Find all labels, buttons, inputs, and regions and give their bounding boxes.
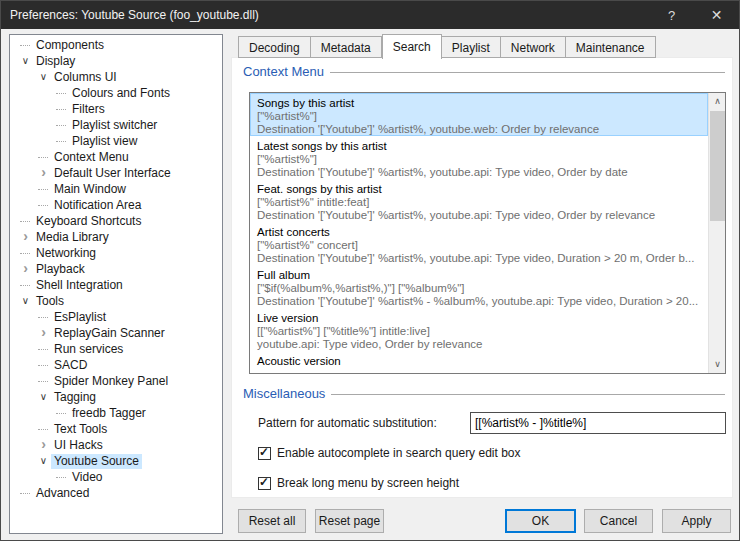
context-menu-list-item[interactable]: Full album ["$if(%album%,%artist%,)"] ["… bbox=[250, 265, 708, 308]
tree-item[interactable]: Display bbox=[10, 53, 222, 69]
tree-item[interactable]: Components bbox=[10, 37, 222, 53]
list-scrollbar[interactable]: ∧ ∨ bbox=[708, 93, 725, 373]
close-icon[interactable]: ✕ bbox=[694, 1, 739, 29]
chevron-icon[interactable] bbox=[36, 341, 51, 357]
apply-button[interactable]: Apply bbox=[662, 509, 731, 533]
tab[interactable]: Metadata bbox=[311, 36, 382, 58]
checkbox-row[interactable]: Enable autocomplete in search query edit… bbox=[258, 444, 521, 462]
ok-button[interactable]: OK bbox=[505, 509, 576, 533]
tree-item[interactable]: Youtube Source bbox=[10, 453, 222, 469]
scroll-down-icon[interactable]: ∨ bbox=[709, 356, 726, 373]
chevron-icon[interactable] bbox=[18, 261, 33, 277]
tree-item[interactable]: freedb Tagger bbox=[10, 405, 222, 421]
tree-item[interactable]: Run services bbox=[10, 341, 222, 357]
chevron-icon[interactable] bbox=[18, 229, 33, 245]
search-tab-page: Context Menu Songs by this artist ["%art… bbox=[231, 57, 733, 498]
scroll-up-icon[interactable]: ∧ bbox=[709, 93, 726, 110]
tree-item[interactable]: Colours and Fonts bbox=[10, 85, 222, 101]
checkbox-row[interactable]: Break long menu by screen height bbox=[258, 474, 521, 492]
chevron-icon[interactable] bbox=[18, 37, 33, 53]
chevron-icon[interactable] bbox=[18, 277, 33, 293]
chevron-icon[interactable] bbox=[36, 389, 51, 405]
tree-item[interactable]: Notification Area bbox=[10, 197, 222, 213]
tree-item[interactable]: UI Hacks bbox=[10, 437, 222, 453]
tree-item[interactable]: Columns UI bbox=[10, 69, 222, 85]
checkbox-icon[interactable] bbox=[258, 477, 271, 490]
list-item-query: ["%artist%" concert] bbox=[257, 239, 701, 252]
scrollbar-thumb[interactable] bbox=[710, 111, 725, 221]
chevron-icon[interactable] bbox=[54, 469, 69, 485]
tree-item[interactable]: Video bbox=[10, 469, 222, 485]
list-item-title: Full album bbox=[257, 268, 701, 282]
chevron-icon[interactable] bbox=[18, 53, 33, 69]
tree-item[interactable]: Networking bbox=[10, 245, 222, 261]
reset-all-button[interactable]: Reset all bbox=[238, 509, 306, 533]
context-menu-list-item[interactable]: Songs by this artist ["%artist%"] Destin… bbox=[250, 93, 708, 136]
chevron-icon[interactable] bbox=[54, 101, 69, 117]
tree-item-label: SACD bbox=[51, 358, 90, 373]
tree-item[interactable]: Tools bbox=[10, 293, 222, 309]
tab[interactable]: Maintenance bbox=[566, 36, 656, 58]
chevron-icon[interactable] bbox=[18, 245, 33, 261]
tree-item[interactable]: Media Library bbox=[10, 229, 222, 245]
tree-item[interactable]: Main Window bbox=[10, 181, 222, 197]
chevron-icon[interactable] bbox=[54, 117, 69, 133]
tree-item[interactable]: Shell Integration bbox=[10, 277, 222, 293]
chevron-icon[interactable] bbox=[36, 437, 51, 453]
context-menu-list-item[interactable]: Artist concerts ["%artist%" concert] Des… bbox=[250, 222, 708, 265]
tree-item[interactable]: Advanced bbox=[10, 485, 222, 501]
chevron-icon[interactable] bbox=[18, 293, 33, 309]
chevron-icon[interactable] bbox=[36, 421, 51, 437]
list-item-destination: Destination '['Youtube']' %artist%, yout… bbox=[257, 209, 701, 222]
chevron-icon[interactable] bbox=[54, 405, 69, 421]
chevron-icon[interactable] bbox=[18, 485, 33, 501]
tree-item[interactable]: ReplayGain Scanner bbox=[10, 325, 222, 341]
tree-item[interactable]: Text Tools bbox=[10, 421, 222, 437]
cancel-button[interactable]: Cancel bbox=[584, 509, 653, 533]
chevron-icon[interactable] bbox=[36, 149, 51, 165]
chevron-icon[interactable] bbox=[36, 181, 51, 197]
context-menu-list-item[interactable]: Feat. songs by this artist ["%artist%" i… bbox=[250, 179, 708, 222]
tree-item[interactable]: Context Menu bbox=[10, 149, 222, 165]
checkbox-icon[interactable] bbox=[258, 447, 271, 460]
tree-item[interactable]: Filters bbox=[10, 101, 222, 117]
tree-item[interactable]: Default User Interface bbox=[10, 165, 222, 181]
tree-item-label: Playback bbox=[33, 262, 88, 277]
tree-item-label: UI Hacks bbox=[51, 438, 106, 453]
tree-item[interactable]: Playlist view bbox=[10, 133, 222, 149]
preferences-tree: Components Display Columns UI Colours an… bbox=[9, 34, 223, 534]
list-item-title: Feat. songs by this artist bbox=[257, 182, 701, 196]
chevron-icon[interactable] bbox=[36, 373, 51, 389]
chevron-icon[interactable] bbox=[54, 133, 69, 149]
tree-item[interactable]: Spider Monkey Panel bbox=[10, 373, 222, 389]
tree-item[interactable]: Tagging bbox=[10, 389, 222, 405]
chevron-icon[interactable] bbox=[36, 69, 51, 85]
tab[interactable]: Playlist bbox=[442, 36, 501, 58]
context-menu-list-item[interactable]: Acoustic version bbox=[250, 351, 708, 374]
chevron-icon[interactable] bbox=[36, 309, 51, 325]
tree-item[interactable]: Playback bbox=[10, 261, 222, 277]
pattern-label: Pattern for automatic substitution: bbox=[258, 416, 437, 430]
tree-item[interactable]: SACD bbox=[10, 357, 222, 373]
pattern-input[interactable] bbox=[470, 412, 726, 434]
tab[interactable]: Decoding bbox=[238, 36, 311, 58]
chevron-icon[interactable] bbox=[54, 85, 69, 101]
chevron-icon[interactable] bbox=[36, 197, 51, 213]
tree-item[interactable]: EsPlaylist bbox=[10, 309, 222, 325]
context-menu-list-item[interactable]: Live version [["%artist%"] ["%title%"] i… bbox=[250, 308, 708, 351]
reset-page-button[interactable]: Reset page bbox=[315, 509, 384, 533]
tree-item[interactable]: Playlist switcher bbox=[10, 117, 222, 133]
chevron-icon[interactable] bbox=[36, 325, 51, 341]
chevron-icon[interactable] bbox=[36, 453, 51, 469]
miscellaneous-group-label: Miscellaneous bbox=[243, 386, 331, 401]
tab[interactable]: Search bbox=[382, 34, 442, 59]
chevron-icon[interactable] bbox=[18, 213, 33, 229]
tree-item[interactable]: Keyboard Shortcuts bbox=[10, 213, 222, 229]
chevron-icon[interactable] bbox=[36, 357, 51, 373]
tab[interactable]: Network bbox=[501, 36, 566, 58]
tree-item-label: Youtube Source bbox=[51, 454, 142, 469]
list-item-query: ["$if(%album%,%artist%,)"] ["%album%"] bbox=[257, 282, 701, 295]
help-icon[interactable]: ? bbox=[649, 1, 694, 29]
context-menu-list-item[interactable]: Latest songs by this artist ["%artist%"]… bbox=[250, 136, 708, 179]
chevron-icon[interactable] bbox=[36, 165, 51, 181]
